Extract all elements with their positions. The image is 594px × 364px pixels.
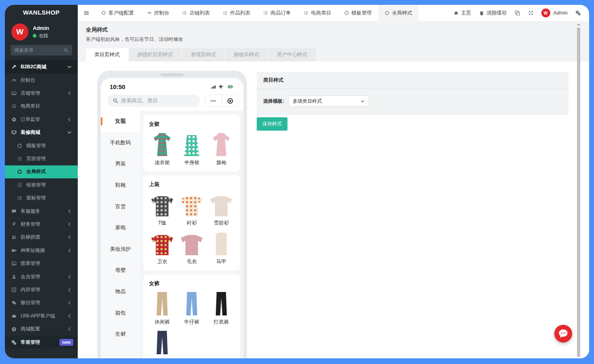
sidebar-item-链接管理[interactable]: 链接管理: [5, 178, 78, 191]
sidebar-item-常规管理[interactable]: 常规管理new: [5, 336, 78, 349]
sidebar-item-图标管理[interactable]: 图标管理: [5, 192, 78, 205]
product-item-马甲[interactable]: 马甲: [207, 232, 236, 265]
nav-tab-店铺列表[interactable]: 店铺列表: [176, 5, 216, 21]
phone-category-百货[interactable]: 百货: [101, 196, 140, 217]
page-scrollbar[interactable]: [577, 22, 580, 358]
sidebar-item-B2B2C商城[interactable]: B2B2C商城: [5, 60, 78, 74]
sidebar-item-模板管理[interactable]: 模板管理: [5, 139, 78, 152]
sidebar-item-控制台[interactable]: 控制台: [5, 74, 78, 87]
phone-category-饰品[interactable]: 饰品: [101, 281, 140, 303]
chevron-left-icon: [66, 274, 72, 279]
page-tab-购物车样式[interactable]: 购物车样式: [226, 48, 268, 61]
chevron-left-icon: [66, 326, 72, 332]
save-style-button[interactable]: 保存样式: [257, 117, 287, 131]
chevron-down-icon: [66, 130, 72, 135]
sidebar-item-label: 阶梯拼团: [21, 234, 40, 241]
top-navbar: 客户端配置控制台店铺列表作品列表商品订单电商类目模板管理全局样式 主页 清除缓存…: [78, 5, 589, 21]
scrollbar-up-arrow-icon[interactable]: [577, 23, 580, 25]
product-item[interactable]: [147, 331, 177, 358]
customer-service-fab[interactable]: [554, 325, 572, 343]
page-tab-发现页样式[interactable]: 发现页样式: [182, 48, 225, 61]
tshirt-shape-icon: [181, 235, 203, 255]
phone-category-生鲜[interactable]: 生鲜: [101, 324, 140, 345]
menu-icon: [83, 10, 89, 16]
list-icon: [17, 182, 23, 188]
product-item-旗袍[interactable]: 旗袍: [207, 133, 236, 165]
nav-tab-作品列表[interactable]: 作品列表: [216, 5, 257, 21]
nav-tab-客户端配置[interactable]: 客户端配置: [95, 5, 141, 21]
phone-category-男装[interactable]: 男装: [101, 153, 140, 175]
product-item-打底裤[interactable]: 打底裤: [207, 292, 236, 325]
phone-category-鞋靴[interactable]: 鞋靴: [101, 175, 140, 196]
trash-icon: [479, 11, 484, 16]
home-link[interactable]: 主页: [453, 10, 471, 17]
wrench-icon: [11, 64, 17, 70]
app-logo: WANLSHOP: [5, 5, 78, 20]
category-style-panel: 类目样式 选择模板: 多级类目样式: [257, 72, 568, 115]
sidebar-item-种草短视频[interactable]: 种草短视频: [5, 244, 78, 257]
sidebar-item-会员管理[interactable]: 会员管理: [5, 270, 78, 283]
clear-cache-button[interactable]: 清除缓存: [479, 10, 507, 17]
sidebar-item-全局样式[interactable]: 全局样式: [5, 165, 78, 178]
product-item-雪纺衫[interactable]: 雪纺衫: [207, 193, 236, 226]
avatar[interactable]: W: [11, 23, 28, 40]
sidebar-search-input[interactable]: [14, 47, 64, 53]
scrollbar-thumb[interactable]: [577, 28, 580, 357]
sidebar-item-财务管理[interactable]: P财务管理: [5, 218, 78, 231]
sidebar-item-店铺管理[interactable]: 店铺管理: [5, 87, 78, 99]
product-item-连衣裙[interactable]: 连衣裙: [147, 133, 177, 165]
nav-tab-模板管理[interactable]: 模板管理: [338, 5, 378, 21]
product-image: [185, 292, 199, 315]
product-label: 雪纺衫: [214, 220, 229, 226]
nav-tab-label: 控制台: [154, 10, 170, 17]
sidebar-item-微信管理[interactable]: 微信管理: [5, 296, 78, 309]
product-label: 卫衣: [157, 258, 167, 265]
product-item-毛衣[interactable]: 毛衣: [177, 232, 207, 265]
settings-gears-icon[interactable]: [575, 10, 581, 16]
close-target-icon: [227, 97, 234, 104]
nav-tab-全局样式[interactable]: 全局样式: [378, 5, 419, 21]
phone-category-母婴[interactable]: 母婴: [101, 260, 140, 281]
user-menu[interactable]: W Admin: [541, 8, 568, 17]
product-item-卫衣[interactable]: 卫衣: [147, 232, 177, 265]
phone-category-家电[interactable]: 家电: [101, 217, 140, 239]
product-item-衬衫[interactable]: 衬衫: [177, 193, 207, 226]
nav-tab-控制台[interactable]: 控制台: [141, 5, 176, 21]
phone-category-美妆洗护[interactable]: 美妆洗护: [101, 239, 140, 260]
sidebar-item-商城配置[interactable]: 商城配置: [5, 322, 78, 335]
phone-category-箱包[interactable]: 箱包: [101, 302, 140, 324]
nav-tab-电商类目[interactable]: 电商类目: [297, 5, 338, 21]
sidebar-item-内容管理[interactable]: 内容管理: [5, 283, 78, 296]
sidebar-item-阶梯拼团[interactable]: 阶梯拼团: [5, 231, 78, 244]
phone-category-手机数码[interactable]: 手机数码: [101, 132, 140, 154]
sidebar-item-订单监管[interactable]: 订单监管: [5, 113, 78, 126]
product-item-T恤[interactable]: T恤: [147, 193, 177, 226]
page-tab-拼团栏目页样式[interactable]: 拼团栏目页样式: [129, 48, 182, 61]
page-tab-用户中心样式[interactable]: 用户中心样式: [268, 48, 316, 61]
sidebar-item-label: 电商类目: [21, 103, 40, 110]
fullscreen-icon[interactable]: [528, 10, 534, 16]
phone-category-女装[interactable]: 女装: [101, 111, 140, 132]
copy-tabs-icon[interactable]: [515, 10, 520, 16]
sidebar-item-客服服务[interactable]: 客服服务: [5, 205, 78, 218]
sidebar-item-装修商城[interactable]: 装修商城: [5, 126, 78, 139]
template-select[interactable]: 多级类目样式: [288, 95, 369, 107]
product-item-牛仔裤[interactable]: 牛仔裤: [177, 292, 207, 325]
sidebar-item-页面管理[interactable]: 页面管理: [5, 152, 78, 165]
nav-tab-商品订单[interactable]: 商品订单: [257, 5, 297, 21]
product-image: [215, 232, 228, 255]
dot-circle-icon: [11, 117, 17, 122]
product-item-休闲裤[interactable]: 休闲裤: [147, 292, 177, 325]
product-item-半身裙[interactable]: 半身裙: [177, 133, 207, 165]
template-select-value: 多级类目样式: [293, 98, 322, 105]
sidebar-item-图库管理[interactable]: 图库管理: [5, 257, 78, 270]
menu-toggle-button[interactable]: [78, 5, 95, 21]
pants-shape-icon: [185, 292, 199, 315]
page-tab-类目页样式[interactable]: 类目页样式: [86, 48, 128, 61]
sidebar-item-电商类目[interactable]: 电商类目: [5, 100, 78, 113]
miniprogram-capsule[interactable]: [204, 95, 239, 107]
sidebar-item-UNI-APP客户端[interactable]: UNI-APP客户端: [5, 309, 78, 322]
circle-o-icon: [385, 11, 390, 15]
content-body: 10:50 搜索商品、类目: [78, 61, 589, 358]
phone-search-bar[interactable]: 搜索商品、类目: [107, 95, 200, 107]
